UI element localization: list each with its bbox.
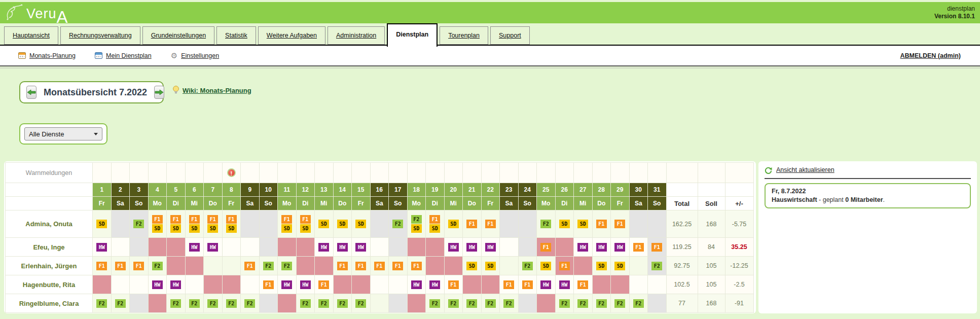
- day-cell-12[interactable]: F2: [296, 294, 315, 313]
- day-cell-29[interactable]: SD: [611, 257, 630, 275]
- day-cell-24[interactable]: F1: [518, 275, 537, 294]
- previous-month-button[interactable]: [26, 86, 37, 99]
- day-cell-18[interactable]: [407, 294, 426, 313]
- shift-badge-sd[interactable]: SD: [189, 224, 200, 233]
- day-header-7[interactable]: 7: [204, 183, 223, 197]
- shift-badge-hw[interactable]: HW: [466, 243, 477, 252]
- shift-badge-sd[interactable]: SD: [614, 262, 625, 270]
- shift-badge-f2[interactable]: F2: [522, 262, 533, 270]
- day-header-27[interactable]: 27: [574, 183, 593, 197]
- day-cell-5[interactable]: [167, 257, 186, 275]
- shift-badge-sd[interactable]: SD: [170, 224, 181, 233]
- shift-badge-f1[interactable]: F1: [596, 220, 607, 228]
- next-month-button[interactable]: [154, 86, 164, 99]
- day-cell-4[interactable]: F1SD: [148, 210, 167, 238]
- warning-cell-day-25[interactable]: [537, 163, 556, 183]
- day-cell-16[interactable]: [370, 210, 389, 238]
- shift-badge-hw[interactable]: HW: [207, 243, 218, 252]
- tab-rechnungsverwaltung[interactable]: Rechnungsverwaltung: [60, 26, 140, 45]
- day-header-16[interactable]: 16: [370, 183, 389, 197]
- day-cell-10[interactable]: [259, 210, 278, 238]
- day-cell-17[interactable]: F2: [389, 210, 408, 238]
- shift-badge-f1[interactable]: F1: [226, 215, 237, 224]
- warning-cell-day-29[interactable]: [611, 163, 630, 183]
- day-cell-20[interactable]: [444, 257, 463, 275]
- day-cell-21[interactable]: F1: [463, 210, 482, 238]
- day-cell-29[interactable]: [611, 275, 630, 294]
- shift-badge-hw[interactable]: HW: [318, 243, 329, 252]
- day-header-20[interactable]: 20: [444, 183, 463, 197]
- day-header-13[interactable]: 13: [315, 183, 334, 197]
- day-header-5[interactable]: 5: [167, 183, 186, 197]
- day-cell-23[interactable]: [500, 257, 519, 275]
- shift-badge-f2[interactable]: F2: [429, 299, 440, 308]
- day-cell-31[interactable]: F2: [648, 257, 667, 275]
- shift-badge-f2[interactable]: F2: [559, 299, 570, 308]
- day-cell-3[interactable]: F2: [130, 210, 149, 238]
- day-cell-30[interactable]: [629, 275, 648, 294]
- shift-badge-hw[interactable]: HW: [300, 280, 311, 289]
- day-cell-16[interactable]: [370, 238, 389, 257]
- day-cell-31[interactable]: F1: [648, 238, 667, 257]
- day-cell-30[interactable]: F2: [629, 294, 648, 313]
- day-cell-29[interactable]: HW: [611, 238, 630, 257]
- shift-badge-f1[interactable]: F1: [522, 280, 533, 289]
- refresh-view-link[interactable]: Ansicht aktualisieren: [776, 166, 834, 173]
- day-cell-22[interactable]: F1: [481, 210, 500, 238]
- day-header-3[interactable]: 3: [130, 183, 149, 197]
- shift-badge-f1[interactable]: F1: [411, 262, 422, 270]
- warning-cell-day-26[interactable]: [555, 163, 574, 183]
- day-cell-15[interactable]: F1: [352, 257, 371, 275]
- shift-badge-f2[interactable]: F2: [133, 220, 144, 228]
- day-cell-12[interactable]: HW: [296, 275, 315, 294]
- shift-badge-f2[interactable]: F2: [651, 262, 662, 270]
- shift-badge-f1[interactable]: F1: [300, 215, 311, 224]
- shift-badge-hw[interactable]: HW: [337, 243, 348, 252]
- warning-cell-day-1[interactable]: [93, 163, 112, 183]
- warning-cell-day-5[interactable]: [167, 163, 186, 183]
- warning-cell-day-23[interactable]: [500, 163, 519, 183]
- warning-cell-day-31[interactable]: [648, 163, 667, 183]
- shift-badge-f1[interactable]: F1: [651, 243, 662, 252]
- day-cell-8[interactable]: [222, 238, 241, 257]
- day-cell-1[interactable]: HW: [93, 238, 112, 257]
- day-cell-7[interactable]: F1SD: [204, 210, 223, 238]
- tab-support[interactable]: Support: [490, 26, 530, 45]
- shift-badge-f1[interactable]: F1: [466, 220, 477, 228]
- warning-cell-day-2[interactable]: [111, 163, 130, 183]
- day-cell-26[interactable]: F1: [555, 257, 574, 275]
- day-cell-30[interactable]: [629, 210, 648, 238]
- day-cell-13[interactable]: F2: [315, 294, 334, 313]
- shift-badge-sd[interactable]: SD: [596, 262, 607, 270]
- shift-badge-hw[interactable]: HW: [448, 243, 459, 252]
- day-cell-14[interactable]: SD: [333, 210, 352, 238]
- shift-badge-sd[interactable]: SD: [559, 220, 570, 228]
- day-cell-22[interactable]: [481, 275, 500, 294]
- day-cell-27[interactable]: SD: [574, 210, 593, 238]
- day-cell-6[interactable]: [185, 275, 204, 294]
- warning-cell-day-30[interactable]: [629, 163, 648, 183]
- shift-badge-hw[interactable]: HW: [485, 243, 496, 252]
- day-cell-23[interactable]: [500, 210, 519, 238]
- day-header-10[interactable]: 10: [259, 183, 278, 197]
- day-cell-20[interactable]: SD: [444, 210, 463, 238]
- day-cell-2[interactable]: [111, 210, 130, 238]
- day-cell-27[interactable]: HW: [574, 238, 593, 257]
- warning-icon[interactable]: !: [227, 168, 236, 177]
- day-cell-14[interactable]: [333, 275, 352, 294]
- day-cell-21[interactable]: F2: [463, 294, 482, 313]
- day-cell-15[interactable]: HW: [352, 238, 371, 257]
- day-cell-11[interactable]: HW: [278, 275, 297, 294]
- shift-badge-sd[interactable]: SD: [429, 224, 440, 233]
- shift-badge-f2[interactable]: F2: [503, 299, 514, 308]
- shift-badge-hw[interactable]: HW: [281, 280, 292, 289]
- day-cell-19[interactable]: F2: [426, 294, 445, 313]
- day-cell-19[interactable]: F1SD: [426, 210, 445, 238]
- day-cell-21[interactable]: SD: [463, 257, 482, 275]
- warning-cell-day-13[interactable]: [315, 163, 334, 183]
- warning-cell-day-28[interactable]: [592, 163, 611, 183]
- day-cell-3[interactable]: [130, 238, 149, 257]
- day-cell-11[interactable]: F2: [278, 257, 297, 275]
- logout-link[interactable]: ABMELDEN (admin): [900, 52, 961, 59]
- day-cell-4[interactable]: [148, 294, 167, 313]
